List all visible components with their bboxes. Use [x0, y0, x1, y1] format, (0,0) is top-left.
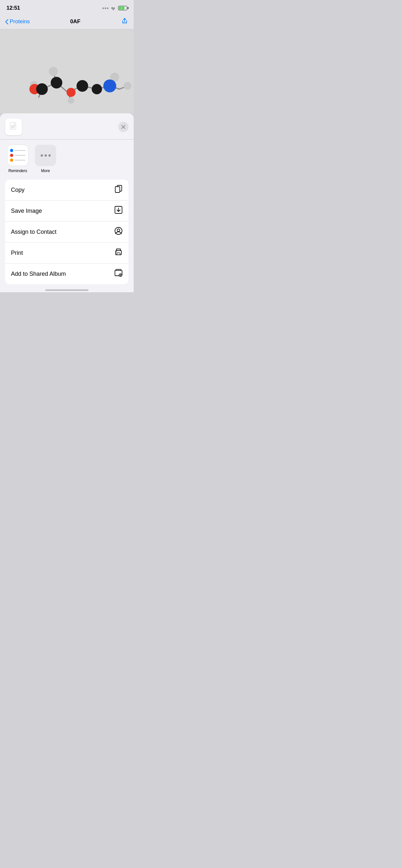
- print-icon: [114, 248, 123, 258]
- svg-rect-26: [10, 122, 16, 129]
- action-add-shared-album[interactable]: Add to Shared Album: [5, 264, 128, 284]
- back-label: Proteins: [10, 19, 30, 25]
- svg-rect-38: [117, 253, 120, 255]
- save-image-label: Save Image: [11, 208, 42, 214]
- add-shared-album-label: Add to Shared Album: [11, 271, 66, 277]
- signal-icon: [102, 7, 109, 9]
- svg-point-17: [124, 82, 131, 90]
- svg-point-22: [51, 77, 62, 89]
- app-row: Reminders More: [0, 140, 134, 178]
- svg-point-36: [117, 229, 120, 231]
- svg-rect-33: [115, 187, 120, 192]
- home-indicator: [0, 287, 134, 292]
- share-header: [0, 113, 134, 140]
- svg-point-25: [103, 80, 116, 92]
- file-icon: [5, 119, 22, 135]
- app-item-more[interactable]: More: [34, 145, 57, 173]
- svg-point-23: [76, 80, 88, 92]
- share-sheet: Reminders More Copy: [0, 113, 134, 292]
- action-print[interactable]: Print: [5, 243, 128, 264]
- action-copy[interactable]: Copy: [5, 180, 128, 200]
- print-label: Print: [11, 250, 23, 256]
- svg-point-18: [68, 97, 74, 104]
- svg-point-39: [116, 252, 117, 252]
- svg-point-24: [92, 84, 102, 94]
- svg-point-21: [36, 83, 48, 95]
- reminders-icon: [7, 145, 28, 166]
- app-item-reminders[interactable]: Reminders: [6, 145, 29, 173]
- action-list: Copy Save Image Assign to Contact: [5, 180, 128, 284]
- add-shared-album-icon: [114, 269, 123, 279]
- status-icons: ⚡: [102, 6, 127, 10]
- page-title: 0AF: [70, 19, 81, 25]
- copy-icon: [114, 185, 123, 195]
- save-image-icon: [114, 206, 123, 216]
- status-time: 12:51: [6, 5, 20, 11]
- share-button[interactable]: [121, 17, 128, 27]
- nav-bar: Proteins 0AF: [0, 14, 134, 29]
- assign-contact-label: Assign to Contact: [11, 228, 57, 236]
- svg-rect-41: [116, 269, 121, 270]
- molecule-viewer[interactable]: [0, 29, 134, 113]
- battery-icon: ⚡: [118, 6, 127, 10]
- close-button[interactable]: [118, 122, 128, 132]
- action-save-image[interactable]: Save Image: [5, 200, 128, 221]
- reminders-label: Reminders: [8, 168, 27, 173]
- back-button[interactable]: Proteins: [5, 19, 30, 25]
- svg-rect-1: [0, 29, 134, 113]
- more-icon: [35, 145, 56, 166]
- wifi-icon: [111, 6, 116, 10]
- svg-point-20: [66, 88, 75, 97]
- molecule-svg: [0, 29, 134, 113]
- assign-contact-icon: [114, 227, 123, 237]
- svg-point-14: [49, 67, 58, 76]
- status-bar: 12:51 ⚡: [0, 0, 134, 14]
- action-assign-contact[interactable]: Assign to Contact: [5, 221, 128, 243]
- copy-label: Copy: [11, 187, 25, 193]
- more-label: More: [41, 168, 50, 173]
- home-bar: [45, 289, 89, 291]
